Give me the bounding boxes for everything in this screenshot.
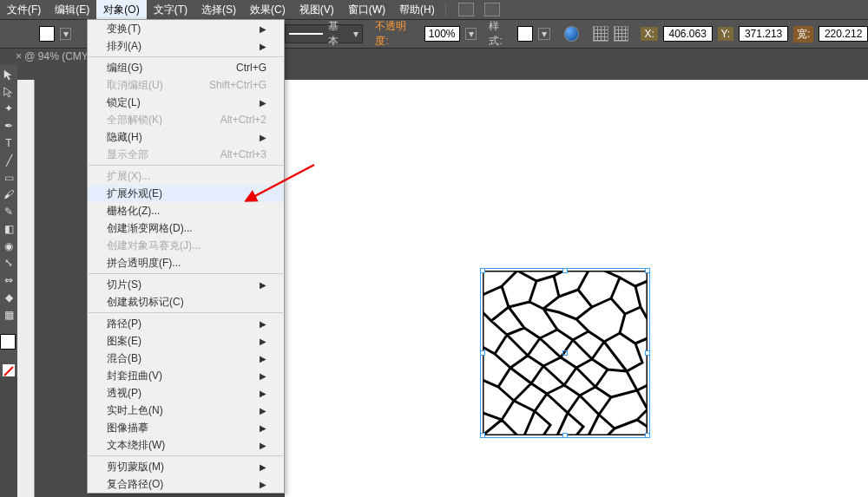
menu-item-label: 栅格化(Z)...	[107, 204, 160, 219]
wand-tool-icon[interactable]: ✦	[2, 102, 16, 116]
globe-icon[interactable]	[564, 26, 580, 42]
menu-item-label: 切片(S)	[107, 278, 141, 292]
line-tool-icon[interactable]: ╱	[2, 154, 16, 167]
menu-item-label: 图像描摹	[107, 421, 148, 435]
menu-item[interactable]: 扩展外观(E)	[88, 185, 284, 202]
menu-item[interactable]: 创建渐变网格(D)...	[88, 219, 284, 237]
menu-item-shortcut: Alt+Ctrl+2	[220, 114, 266, 126]
submenu-arrow-icon: ▶	[260, 462, 266, 472]
menu-item-shortcut: Alt+Ctrl+3	[220, 148, 266, 160]
x-label: X:	[641, 27, 657, 41]
bridge-icon[interactable]	[458, 3, 474, 16]
menu-item-label: 扩展外观(E)	[107, 186, 162, 201]
menu-item[interactable]: 隐藏(H)▶	[88, 128, 284, 146]
menu-item[interactable]: 栅格化(Z)...	[88, 202, 284, 219]
y-input[interactable]: 371.213	[739, 26, 788, 42]
menu-item[interactable]: 路径(P)▶	[88, 315, 284, 332]
none-color-icon[interactable]	[3, 364, 15, 376]
menu-effect[interactable]: 效果(C)	[243, 0, 293, 19]
transform-icon[interactable]	[614, 26, 629, 42]
menu-item[interactable]: 剪切蒙版(M)▶	[88, 458, 284, 475]
w-label: 宽:	[793, 26, 813, 43]
x-input[interactable]: 406.063	[663, 26, 713, 42]
handle-top[interactable]	[562, 268, 568, 273]
width-tool-icon[interactable]: ⇔	[2, 273, 16, 287]
pencil-tool-icon[interactable]: ✎	[2, 205, 16, 219]
menubar-icons	[458, 3, 500, 16]
menu-type[interactable]: 文字(T)	[147, 0, 194, 19]
menu-item[interactable]: 图案(E)▶	[88, 332, 284, 350]
stroke-style-box[interactable]: 基本 ▾	[285, 24, 363, 43]
fill-swatch[interactable]	[39, 26, 55, 42]
brush-tool-icon[interactable]: 🖌	[2, 187, 16, 201]
menu-item: 全部解锁(K)Alt+Ctrl+2	[88, 111, 284, 128]
menu-item[interactable]: 复合路径(O)▶	[88, 475, 284, 493]
handle-top-right[interactable]	[645, 268, 650, 273]
menu-window[interactable]: 窗口(W)	[341, 0, 392, 19]
menu-item[interactable]: 图像描摹▶	[88, 419, 284, 436]
handle-bottom[interactable]	[562, 433, 568, 438]
style-swatch[interactable]	[517, 26, 533, 42]
shape-builder-icon[interactable]: ◆	[2, 291, 16, 304]
menu-item-label: 剪切蒙版(M)	[107, 460, 164, 474]
menu-item-label: 编组(G)	[107, 61, 142, 75]
menu-select[interactable]: 选择(S)	[194, 0, 243, 19]
submenu-arrow-icon: ▶	[260, 337, 266, 346]
menu-item[interactable]: 创建裁切标记(C)	[88, 293, 284, 311]
menu-item-label: 全部解锁(K)	[107, 113, 162, 128]
fill-dropdown-icon[interactable]: ▾	[60, 28, 72, 40]
menu-item[interactable]: 透视(P)▶	[88, 384, 284, 402]
handle-right[interactable]	[645, 350, 650, 356]
menu-file[interactable]: 文件(F)	[0, 0, 48, 19]
y-label: Y:	[718, 27, 734, 41]
menu-item[interactable]: 拼合透明度(F)...	[88, 254, 284, 271]
rotate-tool-icon[interactable]: ◉	[2, 239, 16, 253]
menu-view[interactable]: 视图(V)	[293, 0, 341, 19]
menu-item-label: 透视(P)	[107, 386, 141, 401]
style-dropdown-icon[interactable]: ▾	[538, 28, 550, 40]
fill-stroke-icon[interactable]	[2, 336, 16, 350]
menu-item[interactable]: 封套扭曲(V)▶	[88, 367, 284, 384]
opacity-dropdown-icon[interactable]: ▾	[465, 28, 477, 40]
menu-item[interactable]: 编组(G)Ctrl+G	[88, 59, 284, 76]
menu-edit[interactable]: 编辑(E)	[48, 0, 96, 19]
pen-tool-icon[interactable]: ✒	[2, 119, 16, 133]
gradient-tool-icon[interactable]: ▦	[2, 308, 16, 322]
submenu-arrow-icon: ▶	[260, 24, 266, 34]
submenu-arrow-icon: ▶	[260, 371, 266, 381]
type-tool-icon[interactable]: T	[2, 136, 16, 150]
handle-left[interactable]	[480, 350, 485, 356]
menu-item[interactable]: 排列(A)▶	[88, 37, 284, 55]
opacity-input[interactable]: 100%	[424, 26, 460, 42]
menu-item-label: 排列(A)	[107, 39, 141, 54]
menu-item[interactable]: 实时上色(N)▶	[88, 402, 284, 419]
menu-item-label: 取消编组(U)	[107, 78, 163, 93]
canvas[interactable]	[285, 80, 868, 497]
selected-artwork[interactable]	[483, 271, 648, 435]
align-icon[interactable]	[593, 26, 608, 42]
handle-top-left[interactable]	[480, 268, 485, 273]
direct-select-tool-icon[interactable]	[2, 85, 16, 99]
menu-item[interactable]: 锁定(L)▶	[88, 94, 284, 111]
submenu-arrow-icon: ▶	[260, 133, 266, 142]
menu-item[interactable]: 变换(T)▶	[88, 20, 284, 37]
menu-item[interactable]: 混合(B)▶	[88, 350, 284, 367]
handle-bottom-right[interactable]	[645, 433, 650, 438]
selection-tool-icon[interactable]	[2, 68, 16, 82]
menu-item: 显示全部Alt+Ctrl+3	[88, 146, 284, 163]
eraser-tool-icon[interactable]: ◧	[2, 222, 16, 236]
arrange-icon[interactable]	[484, 3, 500, 16]
menu-item[interactable]: 文本绕排(W)▶	[88, 436, 284, 454]
menu-object[interactable]: 对象(O)	[96, 0, 146, 19]
submenu-arrow-icon: ▶	[260, 354, 266, 363]
submenu-arrow-icon: ▶	[260, 480, 266, 489]
menu-item[interactable]: 切片(S)▶	[88, 276, 284, 293]
w-input[interactable]: 220.212	[819, 26, 868, 42]
submenu-arrow-icon: ▶	[260, 280, 266, 290]
menu-item-label: 变换(T)	[107, 22, 141, 36]
menu-help[interactable]: 帮助(H)	[392, 0, 442, 19]
document-tab[interactable]: × @ 94% (CMYK	[16, 50, 95, 62]
scale-tool-icon[interactable]: ⤡	[2, 257, 16, 271]
rect-tool-icon[interactable]: ▭	[2, 171, 16, 185]
handle-bottom-left[interactable]	[480, 433, 485, 438]
